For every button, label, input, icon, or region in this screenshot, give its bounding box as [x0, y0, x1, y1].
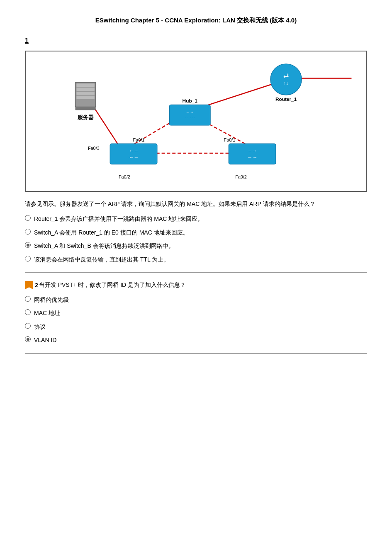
svg-rect-11 — [75, 107, 95, 110]
question-1-text: 请参见图示。服务器发送了一个 ARP 请求，询问其默认网关的 MAC 地址。如果… — [25, 199, 367, 208]
option-q2d[interactable]: VLAN ID — [25, 335, 367, 345]
radio-q2a[interactable] — [25, 296, 31, 302]
svg-rect-10 — [76, 96, 94, 99]
svg-point-17 — [270, 64, 302, 95]
option-q1b[interactable]: Switch_A 会使用 Router_1 的 E0 接口的 MAC 地址来回应… — [25, 228, 367, 237]
bookmark-icon — [25, 281, 33, 289]
question-2-text: 当开发 PVST+ 时，修改了网桥 ID 是为了加入什么信息？ — [39, 281, 186, 289]
page-title: ESwitching Chapter 5 - CCNA Exploration:… — [25, 17, 367, 24]
question-2-header: 2 当开发 PVST+ 时，修改了网桥 ID 是为了加入什么信息？ — [25, 281, 367, 289]
svg-text:⇄: ⇄ — [283, 72, 289, 79]
question-2-label: 2 — [35, 282, 38, 289]
option-q2b[interactable]: MAC 地址 — [25, 308, 367, 318]
question-1-number: 1 — [25, 37, 367, 44]
svg-text:服务器: 服务器 — [77, 114, 94, 120]
svg-text:↑↓: ↑↓ — [284, 81, 289, 86]
option-q1b-text: Switch_A 会使用 Router_1 的 E0 接口的 MAC 地址来回应… — [34, 228, 189, 237]
svg-text:←→: ←→ — [129, 154, 139, 160]
svg-text:Switch_A: Switch_A — [123, 166, 145, 171]
option-q2a[interactable]: 网桥的优先级 — [25, 295, 367, 304]
question-2-options: 网桥的优先级 MAC 地址 协议 VLAN ID — [25, 295, 367, 345]
option-q2a-text: 网桥的优先级 — [34, 295, 69, 304]
section-divider-1 — [25, 272, 367, 273]
svg-rect-9 — [76, 92, 94, 95]
option-q1c-text: Switch_A 和 Switch_B 会将该消息持续泛洪到网络中。 — [34, 241, 174, 250]
svg-text:Fa0/2: Fa0/2 — [119, 174, 130, 179]
network-diagram: 服务器 ←→ · · · · · · Hub_1 ⇄ ↑↓ Router_1 ←… — [25, 51, 367, 192]
svg-text:←→: ←→ — [129, 148, 139, 154]
svg-text:Switch_B: Switch_B — [241, 166, 263, 171]
radio-q2d[interactable] — [25, 336, 31, 342]
svg-text:Hub_1: Hub_1 — [183, 98, 198, 104]
question-1-section: 1 服务器 — [25, 37, 367, 264]
radio-q1b[interactable] — [25, 229, 31, 235]
svg-rect-7 — [76, 83, 94, 87]
option-q2c-text: 协议 — [34, 322, 46, 331]
section-divider-2 — [25, 353, 367, 354]
option-q1a[interactable]: Router_1 会丢弃该广播并使用下一跳路由器的 MAC 地址来回应。 — [25, 214, 367, 223]
svg-text:Fa0/2: Fa0/2 — [235, 174, 247, 179]
svg-text:Router_1: Router_1 — [275, 96, 297, 102]
radio-q1a[interactable] — [25, 215, 31, 221]
svg-text:←→: ←→ — [186, 110, 194, 114]
radio-q1c[interactable] — [25, 242, 31, 248]
option-q1c[interactable]: Switch_A 和 Switch_B 会将该消息持续泛洪到网络中。 — [25, 241, 367, 250]
option-q1d[interactable]: 该消息会在网络中反复传输，直到超出其 TTL 为止。 — [25, 255, 367, 264]
svg-text:Fa0/1: Fa0/1 — [133, 137, 144, 142]
svg-text:Fa0/1: Fa0/1 — [224, 137, 236, 142]
question-1-options: Router_1 会丢弃该广播并使用下一跳路由器的 MAC 地址来回应。 Swi… — [25, 214, 367, 264]
question-2-section: 2 当开发 PVST+ 时，修改了网桥 ID 是为了加入什么信息？ 网桥的优先级… — [25, 281, 367, 345]
radio-q1d[interactable] — [25, 256, 31, 262]
radio-q2c[interactable] — [25, 323, 31, 329]
option-q1a-text: Router_1 会丢弃该广播并使用下一跳路由器的 MAC 地址来回应。 — [34, 214, 203, 223]
radio-q2b[interactable] — [25, 309, 31, 315]
svg-text:←→: ←→ — [248, 154, 258, 160]
svg-text:Fa0/3: Fa0/3 — [88, 146, 100, 151]
svg-rect-13 — [169, 105, 210, 125]
svg-text:←→: ←→ — [248, 148, 258, 154]
svg-rect-8 — [76, 88, 94, 91]
option-q2d-text: VLAN ID — [34, 335, 56, 345]
option-q2b-text: MAC 地址 — [34, 308, 60, 318]
option-q2c[interactable]: 协议 — [25, 322, 367, 331]
svg-text:· · · · · ·: · · · · · · — [185, 116, 195, 120]
option-q1d-text: 该消息会在网络中反复传输，直到超出其 TTL 为止。 — [34, 255, 169, 264]
